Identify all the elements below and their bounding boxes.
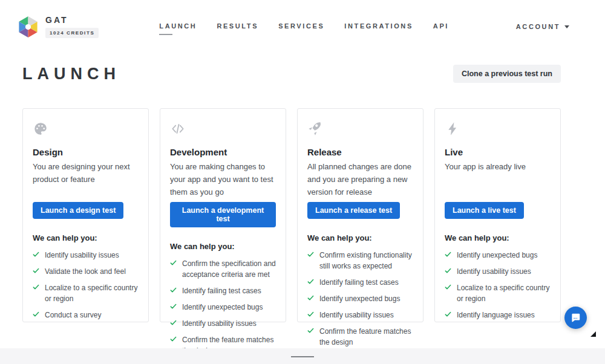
card-description: Your app is already live	[445, 161, 526, 201]
help-heading: We can help you:	[170, 242, 235, 251]
help-item: Confirm the specification and acceptance…	[170, 258, 276, 280]
clone-previous-test-run-button[interactable]: Clone a previous test run	[453, 65, 561, 83]
check-icon	[33, 251, 39, 261]
help-item: Identify failing test cases	[307, 277, 413, 288]
help-item: Identify unexpected bugs	[307, 293, 413, 304]
card-description: You are making changes to your app and y…	[170, 161, 276, 201]
brand-text-block: GAT 1024 CREDITS	[45, 15, 99, 38]
help-item: Identify usability issues	[170, 318, 276, 329]
development-stage-card: Development You are making changes to yo…	[160, 108, 286, 322]
help-item: Identify unexpected bugs	[170, 302, 276, 313]
help-item-label: Identify usability issues	[45, 250, 119, 261]
help-item-label: Identify usability issues	[457, 266, 531, 277]
account-label: ACCOUNT	[516, 23, 560, 30]
help-item-label: Identify usability issues	[182, 318, 257, 329]
help-item: Identify usability issues	[33, 250, 139, 261]
help-item-label: Localize to a specific country or region	[45, 282, 139, 304]
bolt-icon	[445, 121, 460, 137]
page-title: LAUNCH	[22, 65, 120, 83]
help-item: Validate the look and feel	[33, 266, 139, 277]
resize-corner-handle[interactable]	[590, 331, 596, 337]
check-icon	[33, 284, 39, 304]
cards-grid: Design You are designing your next produ…	[22, 108, 561, 322]
launch-live-test-button[interactable]: Launch a live test	[445, 202, 524, 219]
main-content: LAUNCH Clone a previous test run Design …	[22, 62, 561, 322]
check-icon	[445, 311, 451, 320]
footer-strip	[0, 348, 605, 364]
help-list: Identify usability issuesValidate the lo…	[33, 250, 139, 326]
card-title: Development	[170, 147, 227, 157]
card-description: All planned changes are done and you are…	[307, 161, 413, 201]
help-item: Identify unexpected bugs	[445, 250, 551, 261]
launch-release-test-button[interactable]: Launch a release test	[307, 202, 400, 219]
help-item: Identify language issues	[445, 310, 551, 320]
launch-development-test-button[interactable]: Launch a development test	[170, 202, 276, 227]
brand-logo[interactable]: GAT 1024 CREDITS	[17, 15, 99, 38]
release-stage-card: Release All planned changes are done and…	[297, 108, 424, 322]
help-item-label: Validate the look and feel	[45, 266, 126, 277]
launch-design-test-button[interactable]: Launch a design test	[33, 202, 123, 219]
help-item-label: Identify unexpected bugs	[457, 250, 537, 261]
help-item-label: Identify usability issues	[319, 310, 394, 320]
help-list: Identify unexpected bugsIdentify usabili…	[445, 250, 551, 326]
help-list: Confirm existing functionality still wor…	[307, 250, 413, 353]
help-heading: We can help you:	[307, 233, 372, 242]
check-icon	[307, 294, 314, 304]
check-icon	[33, 311, 39, 320]
help-item-label: Conduct a survey	[45, 310, 101, 320]
card-description: You are designing your next product or f…	[33, 161, 139, 201]
help-item-label: Identify failing test cases	[182, 285, 261, 296]
help-item: Localize to a specific country or region	[33, 282, 139, 304]
card-title: Live	[445, 147, 463, 157]
top-header: GAT 1024 CREDITS LAUNCHRESULTSSERVICESIN…	[0, 0, 605, 53]
help-item: Identify usability issues	[307, 310, 413, 320]
check-icon	[307, 251, 314, 271]
credits-badge: 1024 CREDITS	[45, 28, 99, 38]
nav-item-services[interactable]: SERVICES	[278, 19, 324, 30]
help-item-label: Confirm existing functionality still wor…	[319, 250, 413, 271]
brand-name: GAT	[45, 15, 99, 25]
help-heading: We can help you:	[445, 233, 509, 242]
help-heading: We can help you:	[33, 233, 97, 242]
footer-dash	[291, 356, 314, 357]
nav-item-integrations[interactable]: INTEGRATIONS	[344, 19, 413, 30]
help-item-label: Identify failing test cases	[319, 277, 399, 288]
palette-icon	[33, 121, 48, 137]
help-item: Confirm existing functionality still wor…	[307, 250, 413, 271]
main-nav: LAUNCHRESULTSSERVICESINTEGRATIONSAPI	[159, 19, 449, 35]
check-icon	[445, 284, 451, 304]
design-stage-card: Design You are designing your next produ…	[22, 108, 149, 322]
help-item-label: Identify unexpected bugs	[182, 302, 263, 313]
caret-down-icon	[564, 25, 569, 28]
help-item-label: Confirm the feature matches the design	[319, 326, 413, 348]
code-icon	[170, 121, 186, 137]
check-icon	[170, 319, 177, 329]
account-menu[interactable]: ACCOUNT	[516, 23, 569, 30]
help-item-label: Identify unexpected bugs	[319, 293, 400, 304]
title-row: LAUNCH Clone a previous test run	[22, 62, 561, 86]
check-icon	[170, 287, 177, 296]
card-title: Release	[307, 147, 342, 157]
help-item-label: Identify language issues	[457, 310, 535, 320]
nav-item-results[interactable]: RESULTS	[217, 19, 258, 30]
help-item: Identify failing test cases	[170, 285, 276, 296]
nav-item-api[interactable]: API	[433, 19, 449, 30]
check-icon	[170, 259, 177, 280]
help-item: Conduct a survey	[33, 310, 139, 320]
help-item-label: Localize to a specific country or region	[457, 282, 551, 304]
check-icon	[445, 267, 451, 277]
check-icon	[33, 267, 39, 277]
card-title: Design	[33, 147, 63, 157]
rocket-icon	[307, 121, 323, 137]
gat-hexagon-logo	[17, 16, 39, 38]
chat-bubble-icon	[570, 312, 581, 323]
nav-item-launch[interactable]: LAUNCH	[159, 19, 197, 35]
chat-launcher-button[interactable]	[564, 307, 587, 329]
help-item: Localize to a specific country or region	[445, 282, 551, 304]
check-icon	[307, 278, 314, 288]
check-icon	[307, 327, 314, 348]
check-icon	[170, 303, 177, 313]
check-icon	[445, 251, 451, 261]
help-item: Identify usability issues	[445, 266, 551, 277]
help-list: Confirm the specification and acceptance…	[170, 258, 276, 362]
